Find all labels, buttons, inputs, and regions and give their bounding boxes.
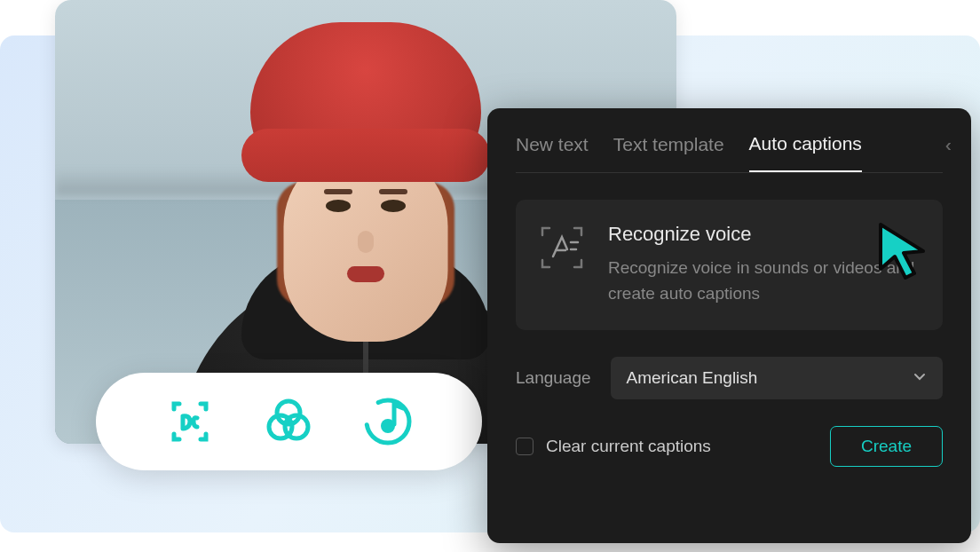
tab-bar: New text Text template Auto captions ‹‹ [516, 133, 943, 173]
language-select[interactable]: American English [611, 357, 943, 399]
recognize-voice-icon [537, 223, 587, 272]
audio-icon[interactable] [361, 395, 415, 448]
tab-new-text[interactable]: New text [516, 134, 589, 171]
tabs-scroll-left-icon[interactable]: ‹‹ [945, 135, 946, 155]
filter-icon[interactable] [262, 395, 315, 448]
caption-icon[interactable] [163, 395, 217, 448]
recognize-voice-card: Recognize voice Recognize voice in sound… [516, 200, 943, 330]
recognize-voice-title: Recognize voice [608, 223, 921, 246]
clear-captions-checkbox[interactable]: Clear current captions [516, 437, 711, 456]
feature-toolbar [96, 373, 482, 470]
create-button[interactable]: Create [830, 426, 943, 467]
language-value: American English [627, 368, 758, 388]
language-row: Language American English [516, 357, 943, 399]
tab-auto-captions[interactable]: Auto captions [749, 133, 862, 172]
auto-captions-panel: New text Text template Auto captions ‹‹ … [487, 108, 971, 543]
language-label: Language [516, 368, 591, 388]
recognize-voice-description: Recognize voice in sounds or videos and … [608, 255, 921, 307]
chevron-down-icon [913, 369, 927, 387]
tab-text-template[interactable]: Text template [613, 134, 724, 171]
checkbox-box [516, 438, 533, 455]
clear-captions-label: Clear current captions [546, 437, 711, 456]
